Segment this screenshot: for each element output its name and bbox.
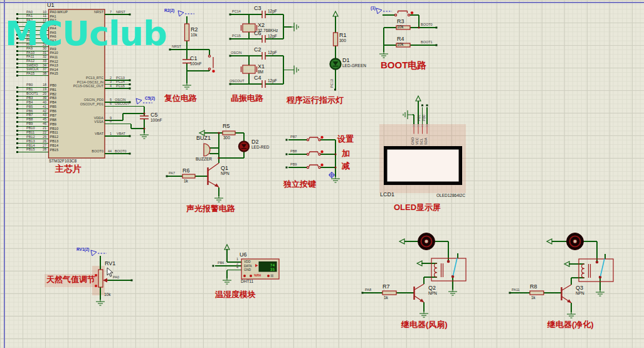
component-value: 1k [531, 296, 536, 300]
capacitor-C3[interactable] [262, 11, 265, 18]
pin-number: 44 [108, 150, 112, 154]
pin-number: 8 [110, 120, 112, 124]
pin-number: 6 [110, 102, 112, 106]
capacitor-C4[interactable] [262, 80, 265, 88]
pin-number: 3 [110, 80, 112, 84]
caption-gas: 天然气值调节 [46, 275, 95, 283]
caption-indicator: 程序运行指示灯 [287, 96, 344, 104]
component-refdes: RV1 [105, 261, 115, 266]
resistor-R5[interactable] [223, 131, 235, 135]
net-label: PB9 [290, 163, 297, 167]
probe-label: R2(2) [164, 9, 174, 13]
dht-unit-label: %RH [254, 274, 261, 277]
potentiometer-RV1[interactable] [98, 270, 103, 287]
chip-pin-label: PC13_RTC [86, 76, 103, 80]
net-label-vertical: PB0 [423, 115, 426, 121]
pin-row[interactable]: PA1538 [18, 72, 48, 76]
buzzer-BUZ1[interactable] [204, 144, 210, 156]
crystal-X1[interactable] [243, 65, 255, 73]
chip-pin-label: OSCOUT_PD1 [80, 103, 103, 107]
mouse-cursor-icon [107, 268, 113, 277]
pin-number: 1 [110, 132, 112, 136]
motor-fan[interactable] [418, 233, 435, 250]
caption-key-plus: 加 [342, 149, 350, 157]
component-label: D2LED-RED [251, 139, 270, 150]
relay-purifier[interactable] [579, 259, 613, 282]
key-minus-button[interactable] [307, 165, 320, 169]
resistor-R8[interactable] [530, 291, 544, 295]
component-label: R1300 [339, 33, 347, 43]
capacitor-C2[interactable] [262, 52, 265, 60]
component-refdes: R8 [530, 284, 537, 290]
dht-pin-label: GND [244, 268, 251, 272]
caption-reset: 复位电路 [164, 94, 197, 102]
motor-purifier[interactable] [567, 233, 584, 250]
key-plus-button[interactable] [307, 152, 320, 156]
net-label: PB8 [290, 150, 297, 154]
oled-pin-label: VCC [416, 137, 420, 145]
component-refdes: R6 [182, 168, 190, 174]
chip-pb-pin-rows[interactable]: PB018PB119BOOT120PB339PB440PB541PB642PB7… [18, 83, 48, 152]
transistor-Q1[interactable] [208, 163, 219, 187]
boot-button[interactable] [394, 11, 409, 16]
component-value: BUZZER [196, 157, 212, 162]
chip-pin-label: OSCIN_PD0 [84, 98, 103, 102]
wires-relay-fan[interactable] [362, 241, 458, 312]
chip-pin-label: VSSA [94, 120, 103, 124]
relay-fan[interactable] [431, 258, 466, 282]
component-value: 12pF [268, 9, 277, 14]
net-label: PC14 [232, 10, 241, 14]
pin-number: 4 [110, 85, 112, 88]
mcuclub-watermark: MCUclub [5, 14, 167, 53]
chip-refdes: U1 [47, 3, 55, 8]
net-label: OSCIN [231, 51, 241, 55]
component-label: X18M [258, 64, 265, 75]
wires-reset[interactable] [170, 16, 209, 83]
component-refdes: R5 [223, 124, 230, 129]
caption-key-set: 设置 [337, 135, 354, 143]
component-label: D1LED-GREEN [342, 58, 366, 68]
wires-keys[interactable] [288, 140, 335, 177]
capacitor-C5[interactable] [140, 116, 149, 119]
component-refdes: R7 [383, 284, 390, 290]
key-set-button[interactable] [307, 137, 320, 141]
component-label: R410k [397, 36, 404, 47]
caption-dht: 温湿度模块 [215, 290, 256, 298]
oled-pin-label: GND [411, 137, 415, 145]
caption-relay-purify: 继电器(净化) [547, 320, 594, 329]
component-value: 12pF [268, 51, 277, 55]
component-value: 12pF [268, 79, 277, 83]
wires-alarm[interactable] [167, 133, 244, 196]
resistor-R1[interactable] [334, 33, 338, 46]
net-label: PA0 [113, 276, 119, 280]
component-refdes: C3 [254, 6, 261, 11]
probe-label: C5(2) [145, 97, 155, 101]
oled-pin-label: SCL [420, 138, 424, 145]
net-label: PA7 [169, 172, 175, 176]
capacitor-C6[interactable] [262, 35, 265, 43]
component-label: R310k [397, 19, 404, 29]
crystal-X2[interactable] [243, 24, 255, 32]
resistor-R2[interactable] [185, 24, 189, 41]
component-refdes: C2 [254, 47, 261, 53]
resistor-R6[interactable] [182, 174, 195, 178]
caption-key-minus: 减 [342, 162, 350, 170]
reset-button[interactable] [208, 55, 213, 70]
net-label: BOOT1 [421, 41, 433, 45]
dht-reading-humidity: 74 [262, 263, 275, 267]
dht-pin-label: VDD [244, 260, 251, 263]
schematic-canvas[interactable]: PA010PA111PA212PA313PA414PA515PA616PA717… [0, 0, 644, 348]
probe-label: (1) [371, 6, 376, 11]
led-D1-green[interactable] [330, 59, 341, 70]
transistor-Q3[interactable] [562, 285, 572, 303]
pin-row[interactable]: PB1528 [18, 148, 48, 152]
component-label: Q1NPN [221, 166, 230, 176]
resistor-R7[interactable] [383, 291, 396, 295]
led-D2-red[interactable] [239, 142, 249, 152]
net-label: BOOT0 [115, 150, 127, 154]
caption-oled: OLED显示屏 [394, 203, 441, 211]
chip-pin-label: BOOT0 [92, 150, 103, 154]
transistor-Q2[interactable] [414, 284, 425, 302]
component-label: Q3NPN [576, 285, 584, 296]
wires-relay-purify[interactable] [510, 241, 605, 312]
